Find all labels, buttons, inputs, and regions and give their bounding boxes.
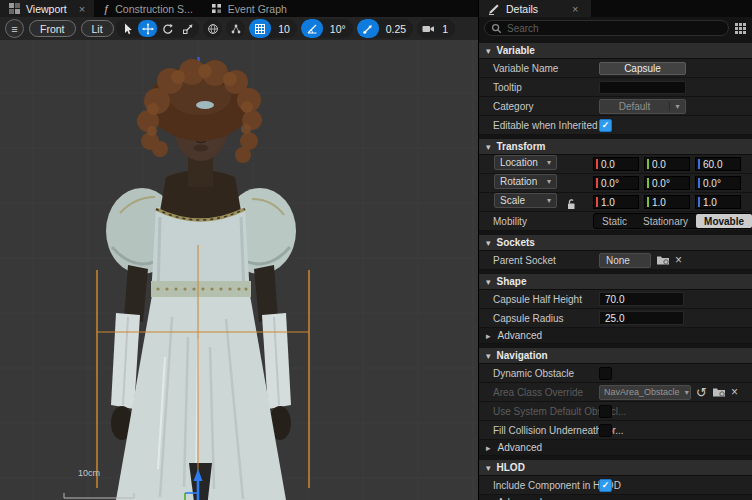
editable-when-inherited-checkbox[interactable]: ✓ xyxy=(599,119,612,132)
chevron-down-icon: ▾ xyxy=(547,177,551,186)
close-icon[interactable]: × xyxy=(79,3,85,15)
row-capsule-radius: Capsule Radius xyxy=(479,309,752,328)
capsule-half-height-input[interactable] xyxy=(599,292,684,306)
variable-name-input[interactable] xyxy=(599,62,686,75)
viewport-panel: Viewport × ƒ Construction S... Event Gra… xyxy=(0,0,478,500)
row-variable-name: Variable Name xyxy=(479,59,752,78)
viewport-toolbar: ≡ Front Lit xyxy=(0,17,478,40)
scale-snap-value: 0.25 xyxy=(379,23,413,35)
rotation-dropdown[interactable]: Rotation▾ xyxy=(494,174,557,189)
viewport-options-button[interactable]: ≡ xyxy=(5,19,24,38)
section-variable[interactable]: ▾ Variable xyxy=(479,43,752,59)
search-box[interactable] xyxy=(484,20,729,36)
scale-tool-button[interactable] xyxy=(178,20,197,37)
scale-x-field[interactable]: 1.0 xyxy=(593,195,639,209)
rotate-tool-button[interactable] xyxy=(158,20,177,37)
capsule-radius-input[interactable] xyxy=(599,311,684,325)
mobility-stationary-option[interactable]: Stationary xyxy=(635,214,696,228)
use-system-default-checkbox[interactable] xyxy=(599,405,612,418)
chevron-down-icon: ▾ xyxy=(684,388,690,397)
fill-collision-checkbox[interactable] xyxy=(599,424,612,437)
chevron-down-icon: ▾ xyxy=(547,158,551,167)
row-capsule-half-height: Capsule Half Height xyxy=(479,290,752,309)
revert-icon[interactable]: ↺ xyxy=(696,386,707,399)
section-shape[interactable]: ▾ Shape xyxy=(479,274,752,290)
chevron-down-icon: ▾ xyxy=(547,196,551,205)
location-x-field[interactable]: 0.0 xyxy=(593,157,639,171)
scale-icon xyxy=(182,23,194,35)
select-tool-button[interactable] xyxy=(118,20,137,37)
tab-details[interactable]: Details × xyxy=(479,0,591,17)
lit-mode-button[interactable]: Lit xyxy=(81,20,114,37)
scale-z-field[interactable]: 1.0 xyxy=(695,195,741,209)
section-hlod[interactable]: ▾ HLOD xyxy=(479,460,752,476)
grid-snap-value: 10 xyxy=(271,23,297,35)
caret-down-icon: ▾ xyxy=(486,142,491,152)
location-y-field[interactable]: 0.0 xyxy=(644,157,690,171)
section-sockets[interactable]: ▾ Sockets xyxy=(479,235,752,251)
grid-snap-control[interactable]: 10 xyxy=(249,19,297,38)
surface-snapping-button[interactable] xyxy=(226,19,245,38)
location-dropdown[interactable]: Location▾ xyxy=(494,155,557,170)
details-panel: Details × ▾ Variable Variable Name Toolt… xyxy=(478,0,752,500)
section-navigation[interactable]: ▾ Navigation xyxy=(479,348,752,364)
browse-area-icon[interactable] xyxy=(712,386,726,398)
move-tool-button[interactable] xyxy=(138,20,157,37)
pen-icon xyxy=(488,3,500,15)
row-area-class-override: Area Class Override NavArea_Obstacle ▾ ↺… xyxy=(479,383,752,402)
transform-tool-group xyxy=(116,19,199,38)
tooltip-input[interactable] xyxy=(599,81,686,94)
clear-socket-icon[interactable]: × xyxy=(675,254,682,266)
hlod-advanced-row[interactable]: ▸ Advanced xyxy=(479,495,752,500)
rotation-y-field[interactable]: 0.0° xyxy=(644,176,690,190)
snapping-icon xyxy=(230,23,242,35)
row-category: Category Default ▾ xyxy=(479,97,752,116)
shape-advanced-row[interactable]: ▸ Advanced xyxy=(479,328,752,344)
scale-y-field[interactable]: 1.0 xyxy=(644,195,690,209)
details-tabbar: Details × xyxy=(479,0,752,17)
unreal-editor-window: Viewport × ƒ Construction S... Event Gra… xyxy=(0,0,752,500)
check-icon: ✓ xyxy=(602,120,610,130)
rotation-z-field[interactable]: 0.0° xyxy=(695,176,741,190)
row-tooltip: Tooltip xyxy=(479,78,752,97)
view-mode-button[interactable]: Front xyxy=(29,20,76,37)
tab-event-graph[interactable]: Event Graph xyxy=(202,0,296,17)
parent-socket-value[interactable]: None xyxy=(599,253,651,268)
tab-construction-script[interactable]: ƒ Construction S... xyxy=(94,0,202,17)
mobility-static-option[interactable]: Static xyxy=(594,214,635,228)
include-component-hlod-checkbox[interactable]: ✓ xyxy=(599,479,612,492)
row-use-system-default: Use System Default Obstacl... xyxy=(479,402,752,421)
row-editable-when-inherited: Editable when Inherited ✓ xyxy=(479,116,752,135)
display-settings-icon[interactable] xyxy=(734,22,747,35)
section-transform[interactable]: ▾ Transform xyxy=(479,139,752,155)
camera-speed-control[interactable]: 1 xyxy=(417,19,455,38)
scale-snap-control[interactable]: 0.25 xyxy=(357,19,413,38)
function-icon: ƒ xyxy=(103,3,109,15)
row-fill-collision: Fill Collision Underneath for... xyxy=(479,421,752,440)
caret-down-icon: ▾ xyxy=(486,46,491,56)
caret-down-icon: ▾ xyxy=(486,351,491,361)
caret-right-icon: ▸ xyxy=(486,331,491,341)
rotation-x-field[interactable]: 0.0° xyxy=(593,176,639,190)
rotation-snap-control[interactable]: 10° xyxy=(301,19,353,38)
caret-down-icon: ▾ xyxy=(486,238,491,248)
globe-icon xyxy=(207,23,219,35)
close-icon[interactable]: × xyxy=(572,3,578,15)
clear-area-icon[interactable]: × xyxy=(731,386,738,398)
mobility-movable-option[interactable]: Movable xyxy=(696,214,752,228)
dynamic-obstacle-checkbox[interactable] xyxy=(599,367,612,380)
navigation-advanced-row[interactable]: ▸ Advanced xyxy=(479,440,752,456)
search-input[interactable] xyxy=(507,23,722,34)
tab-viewport[interactable]: Viewport × xyxy=(0,0,94,17)
category-dropdown[interactable]: Default ▾ xyxy=(599,99,686,114)
move-icon xyxy=(142,23,154,35)
location-z-field[interactable]: 60.0 xyxy=(695,157,741,171)
browse-socket-icon[interactable] xyxy=(656,254,670,266)
unlock-icon xyxy=(565,198,577,210)
search-icon xyxy=(491,23,502,34)
scale-dropdown[interactable]: Scale▾ xyxy=(494,193,557,208)
viewport-3d-canvas[interactable]: 10cm xyxy=(0,17,478,500)
area-class-dropdown[interactable]: NavArea_Obstacle ▾ xyxy=(599,385,691,400)
coordinate-space-button[interactable] xyxy=(203,19,222,38)
check-icon: ✓ xyxy=(602,480,610,490)
